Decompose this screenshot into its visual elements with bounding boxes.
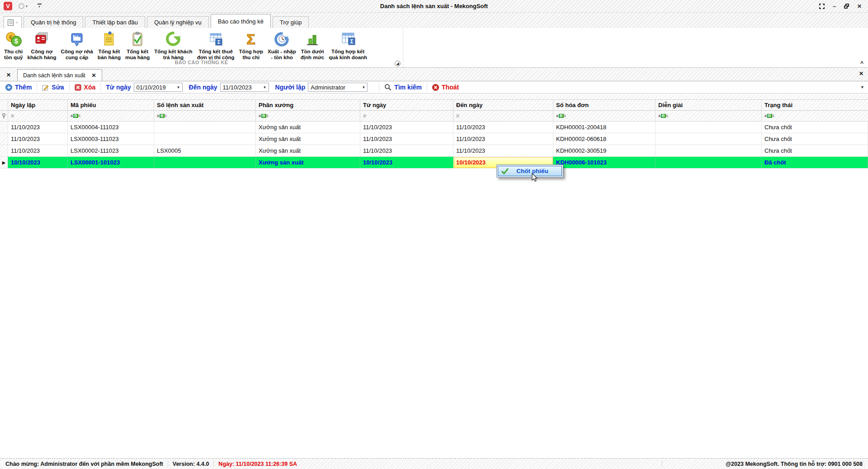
cell-so-hoa-don[interactable]: KDH00002-060618: [553, 133, 656, 145]
ribbon-item-tong-ket-mua-hang[interactable]: Tổng kết mua hàng: [123, 29, 152, 61]
filter-cell[interactable]: aBc: [256, 111, 360, 121]
cell-ma-phieu[interactable]: LSX00003-111023: [68, 133, 154, 145]
close-document-button[interactable]: ✕: [3, 70, 14, 80]
table-row[interactable]: 11/10/2023 LSX00003-111023 Xưởng sản xuấ…: [0, 133, 868, 145]
dropdown-caret-icon[interactable]: ▼: [360, 85, 367, 89]
table-row[interactable]: 11/10/2023 LSX00002-111023 LSX0005 Xưởng…: [0, 145, 868, 157]
cell-so-hoa-don[interactable]: KDH00001-200418: [553, 122, 656, 133]
cell-tu-ngay[interactable]: 11/10/2023: [360, 133, 453, 145]
cell-so-lenh[interactable]: LSX0005: [154, 145, 256, 156]
ribbon-collapse-icon[interactable]: ^: [860, 60, 863, 66]
cell-so-lenh[interactable]: [154, 122, 256, 133]
column-header-ma-phieu[interactable]: Mã phiếu: [68, 100, 154, 110]
cell-trang-thai[interactable]: Chưa chốt: [762, 122, 868, 133]
restore-button[interactable]: [844, 4, 849, 9]
tab-close-icon[interactable]: ✕: [92, 72, 96, 79]
cell-ngay-lap[interactable]: 11/10/2023: [8, 133, 68, 145]
cell-ngay-lap[interactable]: 11/10/2023: [8, 145, 68, 156]
ribbon-item-xuat-nhap-ton-kho[interactable]: Xuất - nhập - tồn kho: [265, 29, 298, 61]
dropdown-caret-icon[interactable]: ▼: [261, 85, 269, 89]
cell-so-lenh[interactable]: [154, 157, 256, 168]
cell-dien-giai[interactable]: [656, 122, 762, 133]
filter-cell[interactable]: =: [453, 111, 553, 121]
ribbon-item-ton-duoi-dinh-muc[interactable]: Tồn dưới định mức: [298, 29, 326, 61]
cell-trang-thai[interactable]: Chưa chốt: [762, 133, 868, 145]
filter-cell[interactable]: =: [8, 111, 68, 121]
exit-button[interactable]: Thoát: [432, 84, 459, 91]
group-launcher-icon[interactable]: ◢: [395, 61, 401, 66]
add-button[interactable]: Thêm: [5, 84, 32, 91]
column-header-so-lenh[interactable]: Số lệnh sản xuất: [154, 100, 256, 110]
ribbon-item-thu-chi-ton-quy[interactable]: € $ Thu chi tồn quỹ: [2, 29, 25, 61]
cell-dien-giai[interactable]: [656, 145, 762, 156]
cell-trang-thai[interactable]: Đã chốt: [762, 157, 868, 168]
column-header-trang-thai[interactable]: Trạng thái: [762, 100, 868, 110]
close-all-button[interactable]: ✕: [859, 70, 863, 77]
tab-thiet-lap-ban-dau[interactable]: Thiết lập ban đầu: [85, 16, 145, 28]
cell-dien-giai[interactable]: [656, 157, 762, 168]
cell-so-lenh[interactable]: [154, 133, 256, 145]
cell-phan-xuong[interactable]: Xưởng sản xuất: [256, 145, 360, 156]
close-button[interactable]: ✕: [857, 4, 862, 9]
edit-button[interactable]: Sửa: [42, 84, 64, 91]
tab-quan-tri-he-thong[interactable]: Quản trị hệ thống: [24, 16, 83, 28]
tab-quan-ly-nghiep-vu[interactable]: Quản lý nghiệp vụ: [147, 16, 209, 28]
ribbon-item-cong-no-nha-cung-cap[interactable]: Công nợ nhà cung cấp: [58, 29, 95, 61]
cell-tu-ngay[interactable]: 10/10/2023: [360, 157, 453, 168]
filter-cell[interactable]: aBc: [553, 111, 656, 121]
cell-den-ngay[interactable]: 11/10/2023: [453, 122, 553, 133]
column-header-so-hoa-don[interactable]: Số hóa đơn: [553, 100, 656, 110]
ribbon-item-tong-ket-ban-hang[interactable]: Tổng kết bán hàng: [95, 29, 123, 61]
cell-tu-ngay[interactable]: 11/10/2023: [360, 122, 453, 133]
column-header-dien-giai[interactable]: Diễn giải: [656, 100, 762, 110]
filter-cell[interactable]: =: [360, 111, 453, 121]
filter-row-pin-icon: [0, 111, 8, 121]
search-icon: [384, 84, 392, 91]
toolbar-overflow-icon[interactable]: ▼: [860, 85, 864, 89]
cell-tu-ngay[interactable]: 11/10/2023: [360, 145, 453, 156]
column-header-den-ngay[interactable]: Đến ngày: [453, 100, 553, 110]
column-header-tu-ngay[interactable]: Từ ngày: [360, 100, 453, 110]
doc-tab-danh-sach-lenh-san-xuat[interactable]: Danh sách lệnh sản xuất ✕: [17, 69, 102, 81]
cell-dien-giai[interactable]: [656, 133, 762, 145]
app-menu-button[interactable]: ▿: [4, 16, 22, 28]
abc-filter-icon: aBc: [658, 114, 668, 118]
cell-so-hoa-don[interactable]: KDH00002-300519: [553, 145, 656, 156]
menu-item-chot-phieu[interactable]: Chốt phiếu: [498, 166, 562, 176]
cell-phan-xuong[interactable]: Xưởng sản xuất: [256, 133, 360, 145]
table-row-selected[interactable]: ▶ 10/10/2023 LSX00001-101023 Xưởng sản x…: [0, 157, 868, 169]
filter-cell[interactable]: aBc: [68, 111, 154, 121]
cell-ma-phieu[interactable]: LSX00002-111023: [68, 145, 154, 156]
ribbon-item-tong-ket-khach-tra-hang[interactable]: Tổng kết khách trả hàng: [152, 29, 194, 61]
table-row[interactable]: 11/10/2023 LSX00004-111023 Xưởng sản xuấ…: [0, 122, 868, 133]
cell-ngay-lap[interactable]: 10/10/2023: [8, 157, 68, 168]
search-button[interactable]: Tìm kiếm: [384, 84, 422, 91]
cell-trang-thai[interactable]: Chưa chốt: [762, 145, 868, 156]
from-date-input[interactable]: 01/10/2019 ▼: [134, 83, 183, 92]
cell-phan-xuong[interactable]: Xưởng sản xuất: [256, 122, 360, 133]
minimize-button[interactable]: –: [833, 4, 836, 9]
cell-ma-phieu[interactable]: LSX00001-101023: [68, 157, 154, 168]
ribbon-item-cong-no-khach-hang[interactable]: Công nợ khách hàng: [25, 29, 59, 61]
column-header-phan-xuong[interactable]: Phân xưởng: [256, 100, 360, 110]
column-header-ngay-lap[interactable]: Ngày lập: [8, 100, 68, 110]
filter-cell[interactable]: aBc: [656, 111, 762, 121]
filter-cell[interactable]: aBc: [154, 111, 256, 121]
ribbon-item-tong-hop-thu-chi[interactable]: Σ Tổng hợp thu chi: [237, 29, 266, 61]
fit-screen-button[interactable]: [819, 4, 825, 9]
dropdown-caret-icon[interactable]: ▼: [175, 85, 182, 89]
to-date-input[interactable]: 11/10/2023 ▼: [220, 83, 269, 92]
cell-ngay-lap[interactable]: 11/10/2023: [8, 122, 68, 133]
filter-cell[interactable]: aBc: [762, 111, 868, 121]
cell-phan-xuong[interactable]: Xưởng sản xuất: [256, 157, 360, 168]
ribbon-item-tong-ket-thue-don-vi[interactable]: Σ Tổng kết thuê đơn vị thi công: [195, 29, 237, 61]
cell-so-hoa-don[interactable]: KDH00006-101023: [553, 157, 656, 168]
ribbon-item-tong-hop-ket-qua[interactable]: Σ Tổng hợp kết quả kinh doanh: [326, 29, 369, 61]
tab-tro-giup[interactable]: Trợ giúp: [273, 16, 309, 28]
cell-ma-phieu[interactable]: LSX00004-111023: [68, 122, 154, 133]
tab-bao-cao-thong-ke[interactable]: Báo cáo thống kê: [211, 14, 271, 28]
cell-den-ngay[interactable]: 11/10/2023: [453, 133, 553, 145]
delete-button[interactable]: Xóa: [75, 84, 96, 91]
cell-den-ngay[interactable]: 11/10/2023: [453, 145, 553, 156]
creator-select[interactable]: Administrator ▼: [308, 83, 368, 92]
